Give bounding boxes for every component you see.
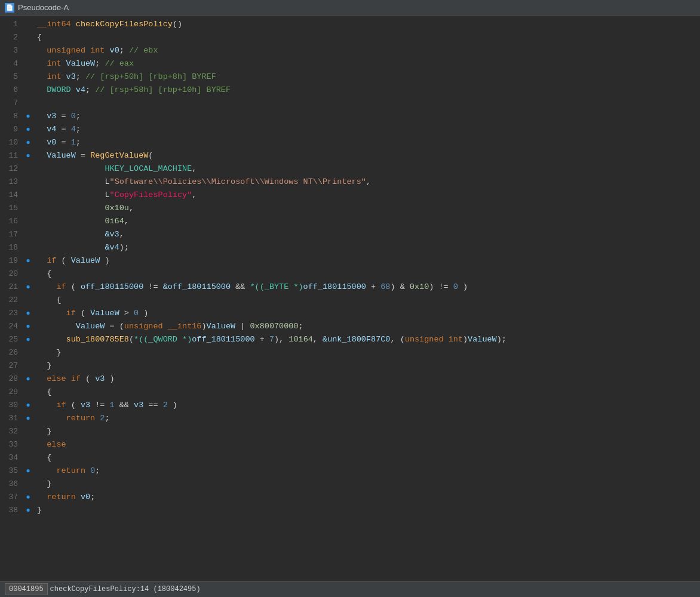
token: 0x10 — [410, 282, 429, 291]
token: ) — [105, 374, 114, 383]
token: RegGetValueW — [90, 151, 148, 160]
line-number: 31 — [0, 412, 23, 425]
token: if — [56, 282, 66, 291]
breakpoint-dot[interactable] — [23, 333, 33, 346]
breakpoint-dot[interactable] — [23, 504, 33, 517]
token: ) — [458, 282, 468, 291]
breakpoint-dot[interactable] — [23, 464, 33, 478]
code-line: 21 if ( off_180115000 != &off_180115000 … — [0, 281, 700, 294]
token: 0 — [71, 112, 76, 121]
code-line: 24 ValueW = (unsigned __int16)ValueW | 0… — [0, 320, 700, 333]
token: ); — [497, 335, 506, 344]
token — [37, 85, 47, 94]
token: , — [192, 190, 197, 199]
token — [37, 440, 47, 449]
line-number: 37 — [0, 491, 23, 504]
line-number: 28 — [0, 373, 23, 386]
line-number: 27 — [0, 359, 23, 373]
token: ValueW — [90, 309, 119, 318]
token: ; — [76, 72, 85, 81]
line-number: 4 — [0, 57, 23, 70]
breakpoint-dot[interactable] — [23, 110, 33, 123]
token: ) & — [390, 282, 409, 291]
code-text: if ( ValueW > 0 ) — [33, 307, 148, 320]
code-line: 7 — [0, 97, 700, 110]
line-number: 11 — [0, 149, 23, 162]
breakpoint-dot[interactable] — [23, 399, 33, 412]
breakpoint-dot[interactable] — [23, 136, 33, 149]
token — [37, 125, 47, 134]
code-line: 31 return 2; — [0, 412, 700, 425]
code-text: } — [33, 346, 62, 359]
token: v0 — [47, 138, 56, 147]
token: , — [119, 230, 124, 239]
token: "Software\\Policies\\Microsoft\\Windows … — [110, 177, 366, 186]
token: v3 — [95, 374, 105, 383]
token: else if — [47, 374, 81, 383]
token: off_180115000 — [81, 282, 143, 291]
token: int — [47, 59, 66, 68]
token: 68 — [380, 282, 390, 291]
token: checkCopyFilesPolicy — [76, 20, 173, 29]
line-number: 33 — [0, 438, 23, 451]
code-area[interactable]: 1__int64 checkCopyFilesPolicy()2{3 unsig… — [0, 16, 700, 581]
token: = — [56, 138, 70, 147]
code-text: &v3, — [33, 228, 124, 241]
breakpoint-dot[interactable] — [23, 320, 33, 333]
token — [37, 427, 47, 436]
breakpoint-dot[interactable] — [23, 491, 33, 504]
code-line: 3 unsigned int v0; // ebx — [0, 44, 700, 57]
breakpoint-dot[interactable] — [23, 149, 33, 162]
code-text: else if ( v3 ) — [33, 373, 115, 386]
token: *((_BYTE *) — [250, 282, 303, 291]
token — [37, 466, 56, 475]
breakpoint-dot[interactable] — [23, 373, 33, 386]
token: __int64 — [37, 20, 76, 29]
code-container: 1__int64 checkCopyFilesPolicy()2{3 unsig… — [0, 16, 700, 581]
token: return — [66, 414, 100, 423]
token: L — [105, 190, 109, 199]
line-number: 19 — [0, 254, 23, 267]
token: *((_QWORD *) — [134, 335, 192, 344]
code-line: 11 ValueW = RegGetValueW( — [0, 149, 700, 162]
token — [37, 453, 47, 462]
code-text: if ( off_180115000 != &off_180115000 && … — [33, 281, 468, 294]
breakpoint-dot[interactable] — [23, 281, 33, 294]
line-number: 3 — [0, 44, 23, 57]
token: v3 — [66, 72, 76, 81]
token — [37, 243, 105, 252]
token: ; — [76, 125, 81, 134]
code-text: { — [33, 386, 51, 399]
code-text: 0i64, — [33, 215, 129, 228]
code-line: 35 return 0; — [0, 464, 700, 478]
token: else — [47, 440, 66, 449]
breakpoint-dot[interactable] — [23, 412, 33, 425]
token: = — [56, 125, 70, 134]
token: v3 — [134, 401, 143, 410]
breakpoint-dot[interactable] — [23, 254, 33, 267]
code-text: __int64 checkCopyFilesPolicy() — [33, 18, 182, 31]
breakpoint-dot[interactable] — [23, 307, 33, 320]
code-line: 20 { — [0, 267, 700, 281]
code-line: 22 { — [0, 294, 700, 307]
code-text: } — [33, 425, 51, 438]
line-number: 18 — [0, 241, 23, 254]
code-text: return 2; — [33, 412, 110, 425]
token: if — [47, 256, 56, 265]
token: = — [56, 112, 70, 121]
code-text: unsigned int v0; // ebx — [33, 44, 158, 57]
breakpoint-dot[interactable] — [23, 123, 33, 136]
line-number: 26 — [0, 346, 23, 359]
token: ( — [76, 309, 90, 318]
token — [37, 72, 47, 81]
code-text: sub_1800785E8(*((_QWORD *)off_180115000 … — [33, 333, 506, 346]
code-line: 19 if ( ValueW ) — [0, 254, 700, 267]
line-number: 34 — [0, 451, 23, 464]
token: ValueW — [71, 256, 100, 265]
token: unsigned __int16 — [124, 322, 202, 331]
code-text: v4 = 4; — [33, 123, 81, 136]
line-number: 36 — [0, 478, 23, 491]
token: ; — [119, 46, 129, 55]
code-text: v0 = 1; — [33, 136, 81, 149]
code-line: 5 int v3; // [rsp+50h] [rbp+8h] BYREF — [0, 70, 700, 84]
